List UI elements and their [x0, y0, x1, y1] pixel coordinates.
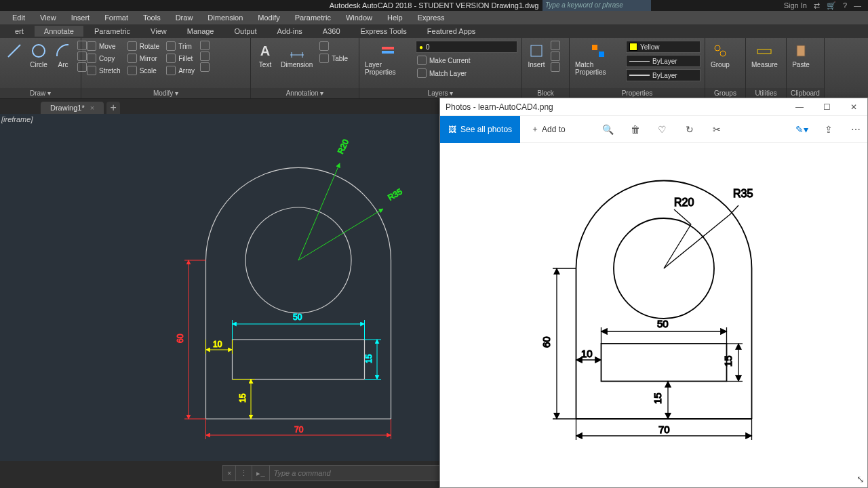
exchange-icon[interactable]: ⇄: [814, 0, 820, 11]
rotate-tool[interactable]: Rotate: [126, 41, 161, 52]
keyword-search[interactable]: Type a keyword or phrase: [542, 0, 651, 11]
menu-express[interactable]: Express: [411, 12, 452, 23]
new-tab-button[interactable]: +: [106, 102, 120, 114]
delete-icon[interactable]: 🗑: [624, 116, 647, 143]
dimension-tool[interactable]: Dimension: [279, 41, 314, 70]
menu-edit[interactable]: Edit: [5, 12, 32, 23]
signin-button[interactable]: Sign In: [784, 0, 807, 11]
tab-manage[interactable]: Manage: [178, 26, 224, 37]
tab-featured[interactable]: Featured Apps: [418, 26, 486, 37]
match-properties-tool[interactable]: Match Properties: [574, 41, 622, 77]
offset-icon[interactable]: [200, 62, 210, 72]
copy-tool[interactable]: Copy: [85, 53, 122, 64]
add-to-button[interactable]: ＋Add to: [524, 123, 572, 135]
edit-icon[interactable]: ✎▾: [790, 116, 813, 143]
erase-icon[interactable]: [200, 41, 210, 50]
zoom-icon[interactable]: 🔍: [597, 116, 620, 143]
layer-dropdown[interactable]: ●0: [416, 41, 517, 53]
mirror-tool[interactable]: Mirror: [126, 53, 161, 64]
stretch-tool[interactable]: Stretch: [85, 65, 122, 76]
menu-view[interactable]: View: [33, 12, 63, 23]
share-icon[interactable]: ⇪: [817, 116, 840, 143]
menu-parametric[interactable]: Parametric: [288, 12, 338, 23]
close-icon[interactable]: ×: [90, 104, 94, 112]
photos-close-icon[interactable]: ✕: [840, 98, 867, 116]
menu-insert[interactable]: Insert: [64, 12, 97, 23]
menu-format[interactable]: Format: [98, 12, 135, 23]
svg-text:15: 15: [364, 354, 374, 363]
move-tool[interactable]: Move: [85, 41, 122, 52]
edit-attr-icon[interactable]: [551, 62, 560, 72]
tab-a360[interactable]: A360: [313, 26, 350, 37]
cmd-close-icon[interactable]: ×: [223, 466, 236, 481]
insert-block-tool[interactable]: Insert: [526, 41, 547, 70]
visual-style-label[interactable]: [ireframe]: [1, 115, 33, 123]
tab-view[interactable]: View: [141, 26, 176, 37]
minimize-icon[interactable]: —: [854, 0, 861, 11]
stretch-icon: [87, 66, 96, 75]
edit-block-icon[interactable]: [551, 52, 560, 61]
panel-block-label[interactable]: Block: [522, 88, 569, 98]
menu-tools[interactable]: Tools: [136, 12, 167, 23]
scale-tool[interactable]: Scale: [126, 65, 161, 76]
panel-clipboard-label[interactable]: Clipboard: [787, 88, 824, 98]
text-tool[interactable]: AText: [255, 41, 275, 70]
drawing-canvas[interactable]: R20 R35 50 15 10 15 60 70: [0, 114, 439, 461]
menu-modify[interactable]: Modify: [251, 12, 286, 23]
photos-titlebar[interactable]: Photos - learn-AutoCAD4.png — ☐ ✕: [440, 98, 867, 116]
photos-viewport[interactable]: R20 R35 50 10 15 15: [440, 143, 867, 487]
leader-tool[interactable]: [318, 41, 349, 52]
panel-modify-label[interactable]: Modify ▾: [81, 88, 250, 98]
table-tool[interactable]: Table: [318, 53, 349, 64]
fillet-tool[interactable]: Fillet: [165, 53, 196, 64]
more-icon[interactable]: ⋯: [844, 116, 867, 143]
photos-maximize-icon[interactable]: ☐: [813, 98, 840, 116]
circle-tool[interactable]: Circle: [28, 41, 49, 70]
create-block-icon[interactable]: [551, 41, 560, 50]
panel-properties-label[interactable]: Properties: [570, 88, 705, 98]
tab-output[interactable]: Output: [225, 26, 267, 37]
line-tool[interactable]: [4, 41, 24, 61]
cart-icon[interactable]: 🛒: [827, 0, 836, 11]
match-layer-tool[interactable]: Match Layer: [416, 68, 517, 79]
menu-dimension[interactable]: Dimension: [201, 12, 250, 23]
explode-icon[interactable]: [200, 52, 210, 61]
panel-annotation-label[interactable]: Annotation ▾: [251, 88, 359, 98]
linetype-dropdown[interactable]: ByLayer: [626, 55, 701, 67]
favorite-icon[interactable]: ♡: [651, 116, 674, 143]
cmd-customize-icon[interactable]: ⋮: [236, 466, 252, 481]
doc-tab-drawing1[interactable]: Drawing1*×: [41, 102, 104, 114]
tab-addins[interactable]: Add-ins: [268, 26, 312, 37]
svg-rect-5: [382, 47, 394, 49]
photos-minimize-icon[interactable]: —: [786, 98, 813, 116]
panel-draw-label[interactable]: Draw ▾: [0, 88, 81, 98]
layer-properties-tool[interactable]: Layer Properties: [363, 41, 412, 77]
crop-icon[interactable]: ✂: [705, 116, 728, 143]
menu-window[interactable]: Window: [339, 12, 379, 23]
tab-express[interactable]: Express Tools: [351, 26, 416, 37]
tab-annotate[interactable]: Annotate: [35, 26, 83, 37]
rotate-icon[interactable]: ↻: [678, 116, 701, 143]
tab-parametric[interactable]: Parametric: [85, 26, 140, 37]
panel-utilities-label[interactable]: Utilities: [746, 88, 786, 98]
lineweight-dropdown[interactable]: ByLayer: [626, 69, 701, 81]
panel-groups-label[interactable]: Groups: [705, 88, 745, 98]
svg-text:60: 60: [540, 336, 552, 348]
see-all-photos-button[interactable]: 🖼 See all photos: [440, 116, 520, 143]
menu-draw[interactable]: Draw: [169, 12, 200, 23]
panel-layers-label[interactable]: Layers ▾: [359, 88, 521, 98]
trim-tool[interactable]: Trim: [165, 41, 196, 52]
array-tool[interactable]: Array: [165, 65, 196, 76]
paste-tool[interactable]: Paste: [791, 41, 811, 70]
tab-insert[interactable]: ert: [5, 26, 33, 37]
svg-text:10: 10: [213, 340, 222, 349]
color-dropdown[interactable]: Yellow: [626, 41, 701, 53]
make-current-tool[interactable]: Make Current: [416, 55, 517, 66]
svg-point-11: [720, 51, 726, 56]
resize-handle-icon[interactable]: ⤡: [856, 474, 865, 485]
arc-tool[interactable]: Arc: [53, 41, 73, 70]
menu-help[interactable]: Help: [380, 12, 410, 23]
measure-tool[interactable]: Measure: [750, 41, 779, 70]
group-tool[interactable]: Group: [709, 41, 731, 70]
help-icon[interactable]: ?: [843, 0, 847, 11]
